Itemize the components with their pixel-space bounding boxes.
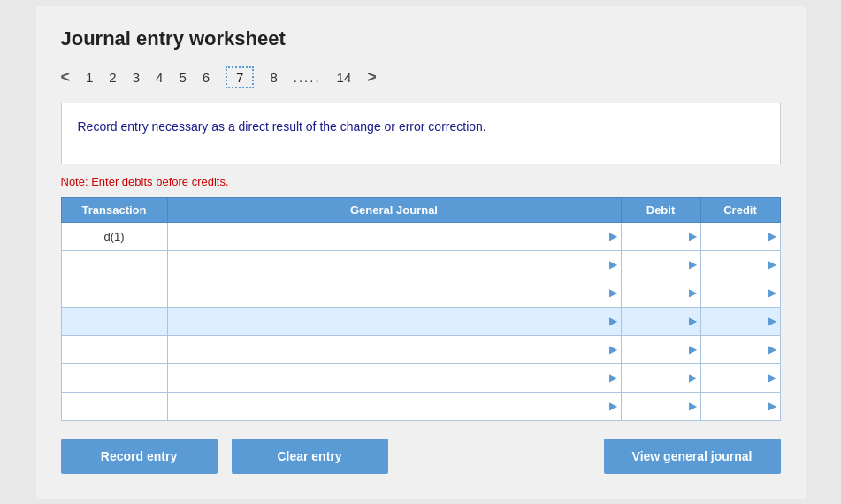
page-3[interactable]: 3 (133, 70, 140, 85)
cell-arrow-icon: ▶ (768, 286, 776, 299)
cell-transaction[interactable] (61, 335, 167, 363)
cell-transaction[interactable]: d(1) (61, 222, 167, 250)
cell-credit[interactable]: ▶ (700, 392, 780, 420)
journal-table: Transaction General Journal Debit Credit… (61, 197, 781, 421)
cell-transaction[interactable] (61, 307, 167, 335)
page-5[interactable]: 5 (179, 70, 186, 85)
col-header-general-journal: General Journal (167, 197, 621, 222)
col-header-transaction: Transaction (61, 197, 167, 222)
cell-arrow-icon: ▶ (609, 258, 617, 271)
page-2[interactable]: 2 (109, 70, 116, 85)
cell-general-journal[interactable]: ▶ (167, 279, 621, 307)
cell-arrow-icon: ▶ (689, 343, 697, 355)
cell-transaction[interactable] (61, 250, 167, 279)
cell-debit[interactable]: ▶ (621, 335, 700, 363)
page-1[interactable]: 1 (86, 70, 93, 85)
cell-debit[interactable]: ▶ (621, 307, 700, 335)
cell-credit[interactable]: ▶ (700, 363, 780, 392)
cell-arrow-icon: ▶ (768, 230, 776, 242)
cell-credit[interactable]: ▶ (700, 279, 780, 307)
main-container: Journal entry worksheet < 1 2 3 4 5 6 7 … (36, 6, 806, 499)
cell-transaction[interactable] (61, 279, 167, 307)
page-7[interactable]: 7 (226, 66, 254, 88)
cell-debit[interactable]: ▶ (621, 279, 700, 307)
table-row-selected[interactable]: ▶ ▶ ▶ (61, 307, 780, 335)
col-header-debit: Debit (621, 197, 700, 222)
clear-entry-button[interactable]: Clear entry (232, 439, 388, 474)
ellipsis: ..... (294, 70, 321, 85)
cell-arrow-icon: ▶ (768, 400, 776, 412)
buttons-row: Record entry Clear entry View general jo… (61, 439, 781, 474)
table-row[interactable]: ▶ ▶ ▶ (61, 392, 780, 420)
cell-general-journal[interactable]: ▶ (167, 222, 621, 250)
cell-transaction[interactable] (61, 363, 167, 392)
cell-general-journal[interactable]: ▶ (167, 307, 621, 335)
cell-debit[interactable]: ▶ (621, 392, 700, 420)
pagination: < 1 2 3 4 5 6 7 8 ..... 14 > (61, 66, 781, 88)
page-8[interactable]: 8 (270, 70, 277, 85)
cell-arrow-icon: ▶ (689, 230, 697, 242)
cell-arrow-icon: ▶ (609, 286, 617, 299)
cell-general-journal[interactable]: ▶ (167, 392, 621, 420)
prev-arrow[interactable]: < (61, 68, 71, 87)
col-header-credit: Credit (700, 197, 780, 222)
instruction-box: Record entry necessary as a direct resul… (61, 103, 781, 164)
cell-arrow-icon: ▶ (689, 371, 697, 384)
page-14[interactable]: 14 (337, 70, 352, 85)
table-row[interactable]: ▶ ▶ ▶ (61, 335, 780, 363)
cell-credit[interactable]: ▶ (700, 250, 780, 279)
page-title: Journal entry worksheet (61, 27, 781, 50)
table-row[interactable]: ▶ ▶ ▶ (61, 279, 780, 307)
cell-debit[interactable]: ▶ (621, 250, 700, 279)
cell-arrow-icon: ▶ (609, 343, 617, 355)
table-row[interactable]: ▶ ▶ ▶ (61, 250, 780, 279)
cell-arrow-icon: ▶ (689, 315, 697, 327)
cell-arrow-icon: ▶ (609, 400, 617, 412)
cell-debit[interactable]: ▶ (621, 222, 700, 250)
cell-arrow-icon: ▶ (609, 315, 617, 327)
next-arrow[interactable]: > (367, 68, 377, 87)
view-general-journal-button[interactable]: View general journal (604, 439, 781, 474)
cell-general-journal[interactable]: ▶ (167, 250, 621, 279)
cell-debit[interactable]: ▶ (621, 363, 700, 392)
table-row[interactable]: d(1) ▶ ▶ ▶ (61, 222, 780, 250)
cell-arrow-icon: ▶ (689, 286, 697, 299)
cell-credit[interactable]: ▶ (700, 222, 780, 250)
cell-arrow-icon: ▶ (609, 371, 617, 384)
cell-arrow-icon: ▶ (768, 371, 776, 384)
cell-credit[interactable]: ▶ (700, 335, 780, 363)
cell-arrow-icon: ▶ (768, 343, 776, 355)
cell-arrow-icon: ▶ (689, 258, 697, 271)
cell-general-journal[interactable]: ▶ (167, 335, 621, 363)
cell-credit[interactable]: ▶ (700, 307, 780, 335)
cell-arrow-icon: ▶ (768, 315, 776, 327)
record-entry-button[interactable]: Record entry (61, 439, 218, 474)
cell-transaction[interactable] (61, 392, 167, 420)
page-6[interactable]: 6 (203, 70, 210, 85)
note-text: Note: Enter debits before credits. (61, 175, 781, 188)
instruction-text: Record entry necessary as a direct resul… (78, 119, 486, 134)
page-4[interactable]: 4 (156, 70, 163, 85)
cell-arrow-icon: ▶ (768, 258, 776, 271)
cell-arrow-icon: ▶ (689, 400, 697, 412)
table-row[interactable]: ▶ ▶ ▶ (61, 363, 780, 392)
cell-arrow-icon: ▶ (609, 230, 617, 242)
cell-general-journal[interactable]: ▶ (167, 363, 621, 392)
